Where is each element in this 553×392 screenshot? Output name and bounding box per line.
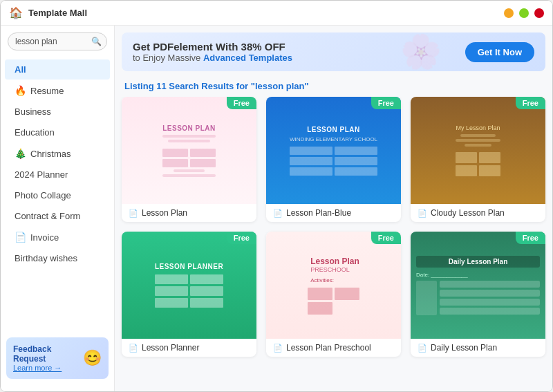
- app-icon: 🏠: [9, 6, 23, 19]
- nav-items: All 🔥 Resume Business Education 🎄 Christ…: [1, 59, 114, 332]
- template-name-4: Lesson Planner: [142, 343, 199, 353]
- pdf-icon-5: 📄: [273, 344, 283, 353]
- free-badge-1: Free: [227, 97, 256, 109]
- preview-cloudy-lesson-plan: My Lesson Plan: [411, 97, 545, 204]
- feedback-text-block: Feedback Request Learn more →: [13, 344, 79, 372]
- get-it-now-button[interactable]: Get It Now: [465, 42, 534, 62]
- banner-decoration: 🌸: [400, 32, 456, 71]
- preview-lesson-plan-blue: LESSON PLAN WINDING ELEMENTARY SCHOOL: [266, 97, 401, 204]
- card-label-6: 📄 Daily Lesson Plan: [411, 339, 545, 357]
- content-area: Get PDFelement With 38% OFF to Enjoy Mas…: [115, 26, 552, 391]
- pdf-icon-2: 📄: [273, 209, 283, 218]
- sidebar-item-planner[interactable]: 2024 Planner: [5, 165, 110, 185]
- banner-text-block: Get PDFelement With 38% OFF to Enjoy Mas…: [133, 41, 292, 63]
- free-badge-6: Free: [516, 232, 545, 244]
- template-card-3[interactable]: My Lesson Plan: [411, 97, 545, 222]
- invoice-label: Invoice: [30, 232, 59, 243]
- window-controls: [504, 8, 544, 18]
- feedback-title-text: Feedback Request: [13, 344, 79, 364]
- app-title: Template Mall: [28, 8, 87, 18]
- banner-heading: Get PDFelement With 38% OFF: [133, 41, 292, 53]
- card-label-3: 📄 Cloudy Lesson Plan: [411, 204, 545, 222]
- close-button[interactable]: [534, 8, 544, 18]
- card-image-6: Daily Lesson Plan Date: ____________: [411, 232, 545, 339]
- business-label: Business: [15, 106, 51, 117]
- main-layout: 🔍 All 🔥 Resume Business Education �: [1, 26, 552, 391]
- app-window: 🏠 Template Mall 🔍 All 🔥: [0, 0, 553, 392]
- feedback-emoji: 😊: [83, 349, 102, 367]
- maximize-button[interactable]: [519, 8, 529, 18]
- title-bar: 🏠 Template Mall: [1, 1, 552, 26]
- card-image-4: LESSON PLANNER: [122, 232, 256, 339]
- template-grid: LESSON PLAN: [115, 97, 552, 391]
- template-card-5[interactable]: Lesson Plan PRESCHOOL Activities: Fre: [266, 232, 401, 357]
- free-badge-4: Free: [227, 232, 256, 244]
- search-icon[interactable]: 🔍: [91, 37, 102, 46]
- free-badge-2: Free: [371, 97, 401, 109]
- sidebar-item-resume[interactable]: 🔥 Resume: [5, 80, 110, 101]
- sidebar-item-christmas[interactable]: 🎄 Christmas: [5, 143, 110, 164]
- invoice-icon: 📄: [15, 232, 26, 243]
- sidebar-item-birthday[interactable]: Birthday wishes: [5, 248, 110, 268]
- sidebar-item-photo-collage[interactable]: Photo Collage: [5, 185, 110, 205]
- resume-icon: 🔥: [15, 85, 26, 96]
- title-bar-left: 🏠 Template Mall: [9, 6, 87, 19]
- card-image-5: Lesson Plan PRESCHOOL Activities: Fre: [266, 232, 401, 339]
- template-name-2: Lesson Plan-Blue: [286, 208, 351, 218]
- resume-label: Resume: [30, 86, 64, 96]
- card-label-2: 📄 Lesson Plan-Blue: [266, 204, 401, 222]
- template-card-6[interactable]: Daily Lesson Plan Date: ____________: [411, 232, 545, 357]
- banner-main-text: Get PDFelement With 38% OFF to Enjoy Mas…: [133, 41, 292, 63]
- template-name-5: Lesson Plan Preschool: [286, 343, 371, 353]
- sidebar-item-all[interactable]: All: [5, 59, 110, 80]
- preview-daily-lesson-plan: Daily Lesson Plan Date: ____________: [411, 232, 545, 339]
- free-badge-5: Free: [371, 232, 401, 244]
- template-card-2[interactable]: LESSON PLAN WINDING ELEMENTARY SCHOOL: [266, 97, 401, 222]
- sidebar-item-education[interactable]: Education: [5, 122, 110, 142]
- search-box: 🔍: [8, 32, 107, 50]
- birthday-label: Birthday wishes: [15, 253, 77, 263]
- free-badge-3: Free: [516, 97, 545, 109]
- sidebar-item-invoice[interactable]: 📄 Invoice: [5, 227, 110, 248]
- christmas-icon: 🎄: [15, 148, 26, 159]
- sidebar-item-business[interactable]: Business: [5, 102, 110, 122]
- preview-preschool: Lesson Plan PRESCHOOL Activities:: [266, 232, 401, 339]
- template-card-1[interactable]: LESSON PLAN: [122, 97, 256, 222]
- template-card-4[interactable]: LESSON PLANNER: [122, 232, 256, 357]
- banner-subtext: to Enjoy Massive Advanced Templates: [133, 53, 292, 63]
- photo-collage-label: Photo Collage: [15, 190, 71, 200]
- card-label-5: 📄 Lesson Plan Preschool: [266, 339, 401, 357]
- preview-lesson-plan: LESSON PLAN: [122, 97, 256, 204]
- sidebar: 🔍 All 🔥 Resume Business Education �: [1, 26, 115, 391]
- education-label: Education: [15, 127, 55, 138]
- feedback-link[interactable]: Learn more →: [13, 364, 79, 372]
- minimize-button[interactable]: [504, 8, 514, 18]
- card-image-3: My Lesson Plan: [411, 97, 545, 204]
- pdf-icon-1: 📄: [129, 209, 138, 218]
- pdf-icon-6: 📄: [418, 344, 427, 353]
- card-image-2: LESSON PLAN WINDING ELEMENTARY SCHOOL: [266, 97, 401, 204]
- template-name-1: Lesson Plan: [142, 208, 187, 218]
- card-label-4: 📄 Lesson Planner: [122, 339, 256, 357]
- contract-label: Contract & Form: [15, 211, 80, 221]
- planner-label: 2024 Planner: [15, 169, 68, 180]
- preview-lesson-planner: LESSON PLANNER: [122, 232, 256, 339]
- template-name-3: Cloudy Lesson Plan: [431, 208, 505, 218]
- card-image-1: LESSON PLAN: [122, 97, 256, 204]
- sidebar-item-contract[interactable]: Contract & Form: [5, 206, 110, 226]
- feedback-title: Feedback Request: [13, 344, 51, 364]
- feedback-card[interactable]: Feedback Request Learn more → 😊: [6, 337, 109, 379]
- results-query: "lesson plan": [251, 81, 309, 91]
- template-name-6: Daily Lesson Plan: [431, 343, 497, 353]
- banner: Get PDFelement With 38% OFF to Enjoy Mas…: [122, 32, 545, 71]
- results-count-text: Listing 11 Search Results for: [124, 81, 248, 91]
- results-header: Listing 11 Search Results for "lesson pl…: [115, 78, 552, 97]
- christmas-label: Christmas: [30, 149, 71, 159]
- pdf-icon-4: 📄: [129, 344, 138, 353]
- all-label: All: [15, 64, 26, 75]
- pdf-icon-3: 📄: [418, 209, 427, 218]
- card-label-1: 📄 Lesson Plan: [122, 204, 256, 222]
